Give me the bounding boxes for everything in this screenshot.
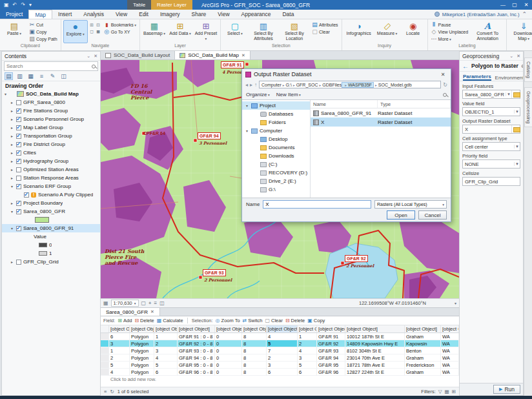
parameter-value[interactable]: GFR_Clip_Grid	[463, 179, 520, 185]
layer-item[interactable]	[2, 216, 100, 224]
list-by-editing-icon[interactable]: ≡	[37, 73, 46, 79]
paste-button[interactable]: Paste	[2, 20, 26, 43]
column-header[interactable]: [object Object]	[130, 325, 154, 332]
speaker-icon[interactable]: ◫	[159, 300, 165, 306]
layer-visibility-checkbox[interactable]	[16, 159, 21, 164]
expander-icon[interactable]: ▸	[10, 167, 14, 172]
layer-visibility-checkbox[interactable]	[16, 226, 21, 231]
breadcrumb-segment[interactable]: Computer	[261, 83, 281, 87]
pane-pin-icon[interactable]: ⌄	[509, 54, 513, 59]
full-extent-icon[interactable]: ⊞	[89, 22, 95, 28]
layer-item[interactable]: ▸ Fire District Group	[2, 140, 100, 148]
layer-visibility-checkbox[interactable]	[16, 108, 21, 114]
layer-item[interactable]: ▸ Cities	[2, 148, 100, 157]
refresh-icon[interactable]: ↻	[110, 389, 114, 394]
dialog-title-bar[interactable]: Output Raster Dataset ✕	[242, 69, 451, 79]
layer-visibility-checkbox[interactable]	[16, 117, 21, 122]
list-by-source-icon[interactable]: ▥	[15, 73, 24, 79]
dialog-close-icon[interactable]: ✕	[438, 72, 447, 77]
layer-item[interactable]: ▾ Scenario ERF Group	[2, 182, 100, 190]
layer-visibility-checkbox[interactable]	[16, 150, 21, 156]
add-data-button[interactable]: Add Data	[168, 20, 192, 43]
file-type-dropdown[interactable]: Rasters (All Local Types) ▾	[374, 200, 447, 209]
tree-expander-icon[interactable]: ▾	[245, 128, 249, 133]
layer-item[interactable]: ▸ Fire Stations Group	[2, 107, 100, 115]
contextual-group-raster-layer[interactable]: Raster Layer	[151, 0, 192, 10]
breadcrumb-segment[interactable]: GDBFiles	[318, 83, 342, 87]
layer-item[interactable]: ▸ Hydrography Group	[2, 157, 100, 165]
cut-button[interactable]: Cut	[28, 21, 59, 28]
chevron-down-icon[interactable]: ▼	[514, 110, 520, 114]
add-preset-button[interactable]: Add Preset	[194, 20, 218, 43]
name-input[interactable]	[263, 200, 371, 209]
expander-icon[interactable]: ▾	[10, 209, 14, 214]
delete-field-button[interactable]: ⊟Delete	[134, 318, 154, 323]
next-extent-icon[interactable]: ◼	[96, 28, 101, 34]
layer-item[interactable]: ▸ Map Label Group	[2, 123, 100, 132]
table-tab-close-icon[interactable]: ✕	[150, 309, 154, 314]
tree-item[interactable]: Documents	[242, 143, 310, 152]
layer-visibility-checkbox[interactable]	[16, 167, 21, 172]
clear-selection-button[interactable]: Clear	[311, 28, 340, 35]
column-header[interactable]: [object Object]	[215, 325, 242, 332]
tab-parameters[interactable]: Parameters	[463, 74, 491, 81]
delete-selection-button[interactable]: ⊟Delete	[285, 318, 305, 323]
table-row[interactable]: 3 Polygon 2 GF&R 92 : 0 - 8 0 8 5 2 GF&R…	[101, 340, 459, 347]
list-by-labeling-icon[interactable]: ✎	[48, 73, 57, 79]
tree-expander-icon[interactable]: ▾	[245, 103, 249, 108]
row-selector[interactable]	[101, 369, 109, 376]
copy-button[interactable]: Copy	[28, 28, 59, 35]
scale-dropdown[interactable]: 1:70,630 ▾	[111, 300, 139, 307]
clear-selection-button[interactable]: ▢Clear	[265, 318, 283, 323]
infographics-button[interactable]: Infographics	[344, 20, 374, 43]
row-selector[interactable]	[101, 347, 109, 354]
column-header[interactable]: [object Object]	[178, 325, 215, 332]
ribbon-tab[interactable]: Insert	[52, 10, 77, 19]
tree-item[interactable]: G:\	[242, 185, 310, 194]
cancel-button[interactable]: Cancel	[418, 210, 447, 220]
list-by-selection-icon[interactable]: ▦	[26, 73, 35, 79]
layer-item[interactable]: 1	[2, 249, 100, 258]
layer-visibility-checkbox[interactable]	[16, 209, 21, 214]
select-button[interactable]: Select	[223, 20, 247, 43]
ribbon-tab[interactable]: View	[110, 10, 133, 19]
tree-item[interactable]: Downloads	[242, 152, 310, 160]
crosshair-icon[interactable]: ⌖	[148, 300, 152, 307]
convert-to-annotation-button[interactable]: Convert To Annotation	[471, 20, 504, 43]
layout-grid-icon[interactable]: ▢	[141, 300, 147, 306]
table-row[interactable]: 1 Polygon 3 GF&R 93 : 0 - 8 0 8 7 4 GF&R…	[101, 347, 459, 354]
map-mode-icon[interactable]: ▦	[103, 300, 108, 306]
forward-icon[interactable]: ▸	[250, 82, 252, 88]
select-by-attributes-button[interactable]: Select By Attributes	[249, 20, 278, 43]
new-item-button[interactable]: New Item	[276, 92, 301, 97]
pane-menu-icon[interactable]: ⌄	[87, 54, 90, 59]
parameter-value[interactable]: OBJECTID_1	[463, 109, 514, 115]
layer-visibility-checkbox[interactable]	[16, 134, 21, 139]
expand-table-icon[interactable]: ⊞	[452, 389, 456, 394]
row-selector[interactable]	[101, 354, 109, 362]
expander-icon[interactable]: ▸	[10, 176, 14, 180]
ribbon-tab[interactable]: Appearance	[236, 10, 277, 19]
copy-path-button[interactable]: Copy Path	[28, 36, 59, 42]
parameter-value[interactable]: Sarea_0800_GFR	[463, 92, 506, 97]
list-by-drawing-order-icon[interactable]: ▤	[5, 72, 13, 80]
explore-button[interactable]: Explore	[63, 20, 88, 43]
expander-icon[interactable]: ▸	[10, 134, 14, 138]
breadcrumb-segment[interactable]: WASPB35F	[342, 82, 374, 88]
layer-visibility-checkbox[interactable]	[16, 125, 21, 130]
select-by-location-button[interactable]: Select By Location	[280, 20, 309, 43]
column-header[interactable]: [object Object]	[109, 325, 130, 332]
tree-item[interactable]: ▾ Project	[242, 101, 310, 110]
parameter-control[interactable]: Sarea_0800_GFR ▼	[462, 90, 520, 99]
layer-item[interactable]: ▸ GFR_Clip_Grid	[2, 258, 100, 266]
table-row[interactable]: 5 Polygon 5 GF&R 95 : 0 - 8 0 8 3 5 GF&R…	[101, 362, 459, 369]
tree-item[interactable]: Folders	[242, 118, 310, 127]
add-field-button[interactable]: ⊞Add	[118, 318, 132, 323]
chevron-down-icon[interactable]: ▼	[514, 145, 520, 148]
row-selector[interactable]	[101, 333, 109, 340]
docked-pane-tab[interactable]: Geoprocessing	[524, 87, 532, 127]
parameter-control[interactable]: GFR_Clip_Grid ▼	[462, 177, 520, 186]
column-header[interactable]: [object Object]	[267, 325, 298, 332]
layer-item[interactable]: 0	[2, 241, 100, 249]
column-header[interactable]: [object Object]	[298, 325, 317, 332]
